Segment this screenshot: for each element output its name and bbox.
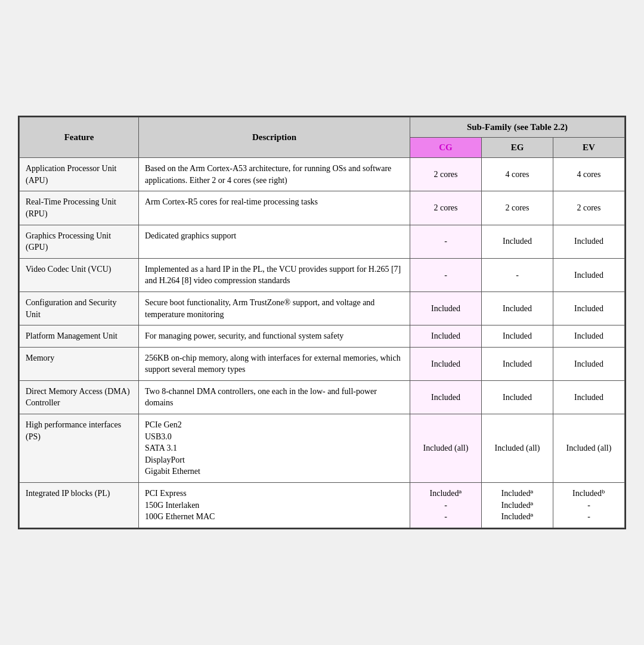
cg-cell: 2 cores	[410, 158, 482, 191]
eg-cell: 4 cores	[482, 158, 553, 191]
main-table-container: Feature Description Sub-Family (see Tabl…	[18, 116, 626, 529]
cg-cell: 2 cores	[410, 191, 482, 225]
ev-cell: 4 cores	[553, 158, 625, 191]
eg-cell: Included	[482, 347, 553, 380]
cg-cell: Included (all)	[410, 414, 482, 483]
ev-header: EV	[553, 138, 625, 158]
subfamily-header: Sub-Family (see Table 2.2)	[410, 117, 625, 138]
description-cell: PCI Express150G Interlaken100G Ethernet …	[139, 483, 410, 528]
feature-cell: Configuration and Security Unit	[20, 292, 139, 325]
description-cell: Arm Cortex-R5 cores for real-time proces…	[139, 191, 410, 225]
eg-cell: Included	[482, 225, 553, 258]
cg-cell: Included	[410, 347, 482, 380]
description-cell: For managing power, security, and functi…	[139, 325, 410, 348]
ev-cell: Included	[553, 225, 625, 258]
feature-cell: Direct Memory Access (DMA) Controller	[20, 380, 139, 414]
ev-cell: 2 cores	[553, 191, 625, 225]
description-cell: Two 8-channel DMA controllers, one each …	[139, 380, 410, 414]
ev-cell: Included	[553, 292, 625, 325]
eg-cell: -	[482, 258, 553, 292]
feature-cell: Graphics Processing Unit (GPU)	[20, 225, 139, 258]
eg-cell: 2 cores	[482, 191, 553, 225]
description-cell: Based on the Arm Cortex-A53 architecture…	[139, 158, 410, 191]
description-cell: Implemented as a hard IP in the PL, the …	[139, 258, 410, 292]
feature-cell: High performance interfaces (PS)	[20, 414, 139, 483]
feature-cell: Application Processor Unit (APU)	[20, 158, 139, 191]
description-cell: Dedicated graphics support	[139, 225, 410, 258]
feature-cell: Platform Management Unit	[20, 325, 139, 348]
ev-cell: Included	[553, 325, 625, 348]
description-cell: PCIe Gen2USB3.0SATA 3.1DisplayPortGigabi…	[139, 414, 410, 483]
eg-header: EG	[482, 138, 553, 158]
feature-header: Feature	[20, 117, 139, 158]
cg-header: CG	[410, 138, 482, 158]
description-header: Description	[139, 117, 410, 158]
ev-cell: Included	[553, 347, 625, 380]
eg-cell: Included	[482, 380, 553, 414]
ev-cell: Includedᵇ--	[553, 483, 625, 528]
feature-cell: Integrated IP blocks (PL)	[20, 483, 139, 528]
ev-cell: Included	[553, 258, 625, 292]
cg-cell: -	[410, 258, 482, 292]
eg-cell: Included	[482, 292, 553, 325]
eg-cell: Included	[482, 325, 553, 348]
cg-cell: Included	[410, 325, 482, 348]
feature-cell: Real-Time Processing Unit (RPU)	[20, 191, 139, 225]
cg-cell: -	[410, 225, 482, 258]
ev-cell: Included (all)	[553, 414, 625, 483]
feature-cell: Video Codec Unit (VCU)	[20, 258, 139, 292]
ev-cell: Included	[553, 380, 625, 414]
eg-cell: Included (all)	[482, 414, 553, 483]
description-cell: Secure boot functionality, Arm TrustZone…	[139, 292, 410, 325]
cg-cell: Included	[410, 292, 482, 325]
feature-cell: Memory	[20, 347, 139, 380]
cg-cell: Includedᵃ--	[410, 483, 482, 528]
cg-cell: Included	[410, 380, 482, 414]
description-cell: 256KB on-chip memory, along with interfa…	[139, 347, 410, 380]
eg-cell: IncludedᵃIncludedᵃIncludedᵃ	[482, 483, 553, 528]
